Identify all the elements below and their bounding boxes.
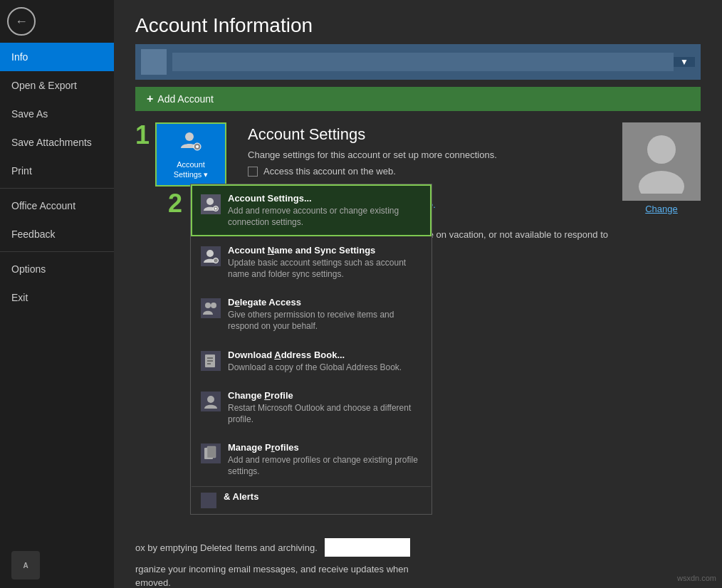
dropdown-item-manage-profiles[interactable]: Manage Profiles Add and remove profiles … bbox=[191, 434, 431, 485]
dropdown-item-change-profile[interactable]: Change Profile Restart Microsoft Outlook… bbox=[191, 382, 431, 434]
lower-content: ox by emptying Deleted Items and archivi… bbox=[114, 538, 722, 588]
svg-point-5 bbox=[206, 198, 214, 205]
delegate-access-text: Delegate Access Give others permission t… bbox=[228, 297, 422, 332]
content-area: 1 AccountSettings ▾ Account Settings Cha… bbox=[114, 122, 722, 503]
plus-icon: + bbox=[147, 93, 153, 105]
dropdown-item-delegate-access[interactable]: Delegate Access Give others permission t… bbox=[191, 288, 431, 340]
download-address-book-icon bbox=[201, 351, 221, 371]
access-checkbox[interactable] bbox=[248, 167, 258, 177]
access-label: Access this account on the web. bbox=[263, 166, 396, 177]
svg-point-10 bbox=[205, 303, 211, 308]
cleanup-input[interactable] bbox=[325, 538, 410, 557]
appuals-logo: A bbox=[11, 551, 40, 579]
manage-profiles-desc: Add and remove profiles or change existi… bbox=[228, 455, 422, 477]
sidebar-item-exit[interactable]: Exit bbox=[0, 283, 114, 312]
sidebar-bottom: A bbox=[0, 542, 114, 588]
svg-point-7 bbox=[215, 208, 217, 210]
sidebar-item-office-account[interactable]: Office Account bbox=[0, 191, 114, 220]
rules-text-2: emoved. bbox=[135, 577, 701, 588]
download-address-book-text: Download Address Book... Download a copy… bbox=[228, 350, 422, 374]
download-address-book-desc: Download a copy of the Global Address Bo… bbox=[228, 362, 422, 374]
avatar-box bbox=[622, 122, 701, 201]
change-profile-text: Change Profile Restart Microsoft Outlook… bbox=[228, 390, 422, 425]
sidebar-item-feedback[interactable]: Feedback bbox=[0, 220, 114, 248]
dropdown-item-alerts[interactable]: & Alerts bbox=[191, 486, 431, 514]
sidebar-item-save-attachments[interactable]: Save Attachments bbox=[0, 128, 114, 157]
account-name-sync-text: Account Name and Sync Settings Update ba… bbox=[228, 245, 422, 280]
svg-point-9 bbox=[214, 258, 219, 263]
sidebar-item-open-export[interactable]: Open & Export bbox=[0, 71, 114, 100]
account-dropdown-arrow[interactable]: ▼ bbox=[674, 57, 695, 67]
delegate-access-desc: Give others permission to receive items … bbox=[228, 310, 422, 332]
svg-point-0 bbox=[185, 132, 194, 141]
account-settings-menu-desc: Add and remove accounts or change existi… bbox=[228, 206, 422, 228]
sidebar-divider bbox=[0, 188, 114, 189]
svg-point-16 bbox=[207, 396, 214, 403]
step-2-number: 2 bbox=[168, 189, 182, 219]
account-settings-menu-icon bbox=[201, 194, 221, 214]
back-button[interactable]: ← bbox=[0, 0, 43, 43]
change-profile-icon bbox=[201, 392, 221, 411]
alerts-icon bbox=[201, 493, 216, 508]
sidebar-item-print[interactable]: Print bbox=[0, 157, 114, 185]
svg-point-8 bbox=[206, 250, 214, 257]
dropdown-item-account-name-sync[interactable]: Account Name and Sync Settings Update ba… bbox=[191, 236, 431, 288]
alerts-title: & Alerts bbox=[224, 491, 422, 502]
watermark: wsxdn.com bbox=[677, 574, 716, 582]
avatar-area: Change bbox=[622, 122, 701, 214]
manage-profiles-text: Manage Profiles Add and remove profiles … bbox=[228, 442, 422, 477]
account-settings-menu-title: Account Settings... bbox=[228, 193, 422, 204]
add-account-button[interactable]: + Add Account bbox=[135, 87, 701, 111]
alerts-text: & Alerts bbox=[224, 491, 422, 504]
manage-profiles-icon bbox=[201, 443, 221, 463]
svg-point-4 bbox=[639, 171, 684, 194]
change-avatar-link[interactable]: Change bbox=[645, 204, 678, 214]
svg-rect-18 bbox=[207, 446, 216, 458]
rules-text-1: rganize your incoming email messages, an… bbox=[135, 564, 701, 574]
account-bar-inner: ▼ bbox=[135, 49, 701, 75]
sidebar: ← Info Open & Export Save As Save Attach… bbox=[0, 0, 114, 588]
sidebar-item-info[interactable]: Info bbox=[0, 43, 114, 71]
dropdown-menu: 2 Account Settings... Add and remove acc bbox=[190, 184, 432, 515]
account-settings-menu-text: Account Settings... Add and remove accou… bbox=[228, 193, 422, 228]
change-profile-desc: Restart Microsoft Outlook and choose a d… bbox=[228, 403, 422, 425]
account-settings-icon bbox=[179, 130, 202, 157]
delegate-access-title: Delegate Access bbox=[228, 297, 422, 308]
main-content: Account Information ▼ + Add Account 1 bbox=[114, 0, 722, 588]
account-settings-button[interactable]: AccountSettings ▾ bbox=[155, 122, 226, 187]
account-name-sync-title: Account Name and Sync Settings bbox=[228, 245, 422, 256]
svg-point-11 bbox=[211, 303, 216, 308]
account-icon bbox=[141, 49, 167, 75]
dropdown-item-download-address-book[interactable]: Download Address Book... Download a copy… bbox=[191, 341, 431, 382]
step-1-number: 1 bbox=[135, 122, 150, 148]
delegate-access-icon bbox=[201, 298, 221, 318]
download-address-book-title: Download Address Book... bbox=[228, 350, 422, 360]
sidebar-item-save-as[interactable]: Save As bbox=[0, 100, 114, 128]
sidebar-item-options[interactable]: Options bbox=[0, 255, 114, 283]
back-arrow-icon: ← bbox=[7, 7, 36, 36]
dropdown-item-account-settings[interactable]: Account Settings... Add and remove accou… bbox=[191, 184, 431, 236]
account-settings-label: AccountSettings ▾ bbox=[174, 160, 209, 179]
svg-point-2 bbox=[196, 145, 199, 148]
svg-point-3 bbox=[647, 135, 676, 164]
sidebar-divider-2 bbox=[0, 251, 114, 252]
change-profile-title: Change Profile bbox=[228, 390, 422, 401]
account-selector-bar[interactable]: ▼ bbox=[135, 44, 701, 80]
manage-profiles-title: Manage Profiles bbox=[228, 442, 422, 453]
page-title: Account Information bbox=[114, 0, 722, 44]
account-bar-text bbox=[172, 53, 674, 71]
account-name-sync-icon bbox=[201, 246, 221, 266]
account-name-sync-desc: Update basic account settings such as ac… bbox=[228, 258, 422, 280]
